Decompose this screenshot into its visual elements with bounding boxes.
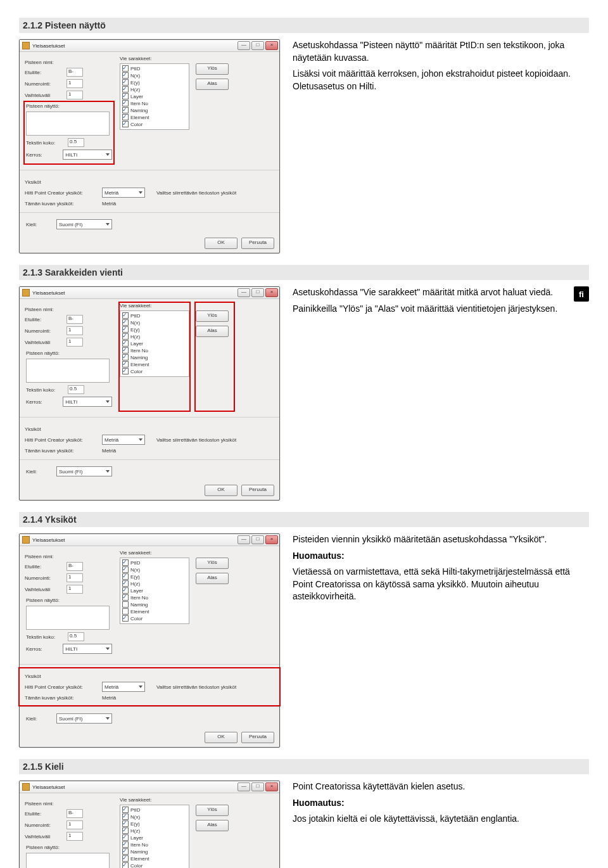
checkbox[interactable] bbox=[122, 807, 129, 813]
language-select[interactable]: Suomi (FI) bbox=[56, 466, 112, 476]
minimize-button[interactable]: — bbox=[238, 41, 250, 50]
column-option: E(y) bbox=[130, 327, 140, 333]
checkbox[interactable] bbox=[122, 834, 129, 841]
checkbox[interactable] bbox=[122, 114, 129, 120]
prefix-input[interactable]: B- bbox=[66, 315, 83, 324]
point-display-box[interactable] bbox=[26, 606, 110, 630]
checkbox[interactable] bbox=[122, 361, 129, 367]
close-button[interactable]: × bbox=[265, 41, 278, 50]
checkbox[interactable] bbox=[122, 608, 129, 615]
checkbox[interactable] bbox=[122, 566, 129, 573]
checkbox[interactable] bbox=[122, 841, 129, 848]
checkbox[interactable] bbox=[122, 319, 129, 326]
hpc-units-select[interactable]: Metriä bbox=[102, 435, 145, 445]
ok-button[interactable]: OK bbox=[205, 485, 238, 496]
range-input[interactable]: 1 bbox=[66, 832, 83, 841]
down-button[interactable]: Alas bbox=[196, 326, 229, 337]
checkbox[interactable] bbox=[122, 594, 129, 601]
numbering-input[interactable]: 1 bbox=[66, 573, 83, 582]
minimize-button[interactable]: — bbox=[238, 535, 250, 544]
up-button[interactable]: Ylös bbox=[196, 558, 229, 569]
textsize-input[interactable]: 0.5 bbox=[68, 138, 84, 147]
maximize-button[interactable]: □ bbox=[251, 288, 264, 297]
label: Vaihteluväli bbox=[25, 93, 64, 98]
column-option: Element bbox=[130, 609, 149, 615]
down-button[interactable]: Alas bbox=[196, 79, 229, 90]
settings-dialog: Yleisasetukset — □ × Pisteen nimi: Etuli… bbox=[19, 39, 280, 253]
checkbox[interactable] bbox=[122, 814, 129, 820]
language-select[interactable]: Suomi (FI) bbox=[56, 219, 112, 229]
label: Hilti Point Creator yksiköt: bbox=[25, 684, 97, 690]
numbering-input[interactable]: 1 bbox=[66, 820, 83, 829]
point-display-box[interactable] bbox=[26, 112, 110, 136]
checkbox[interactable] bbox=[122, 848, 129, 855]
range-input[interactable]: 1 bbox=[66, 91, 83, 99]
hpc-units-select[interactable]: Metriä bbox=[102, 188, 145, 198]
prefix-input[interactable]: B- bbox=[66, 68, 83, 77]
textsize-input[interactable]: 0.5 bbox=[68, 385, 84, 394]
prefix-input[interactable]: B- bbox=[66, 562, 83, 571]
checkbox[interactable] bbox=[122, 820, 129, 827]
language-label: Kieli: bbox=[26, 222, 51, 227]
point-display-box[interactable] bbox=[26, 853, 110, 868]
checkbox[interactable] bbox=[122, 86, 129, 93]
dialog-title: Yleisasetukset bbox=[32, 784, 65, 790]
down-button[interactable]: Alas bbox=[196, 573, 229, 584]
down-button[interactable]: Alas bbox=[196, 820, 229, 831]
language-select[interactable]: Suomi (FI) bbox=[56, 713, 112, 724]
hpc-units-select[interactable]: Metriä bbox=[102, 682, 145, 692]
checkbox[interactable] bbox=[122, 862, 129, 868]
checkbox[interactable] bbox=[122, 121, 129, 127]
minimize-button[interactable]: — bbox=[238, 288, 250, 297]
range-input[interactable]: 1 bbox=[66, 585, 83, 594]
numbering-input[interactable]: 1 bbox=[66, 326, 83, 335]
checkbox[interactable] bbox=[122, 587, 129, 594]
checkbox[interactable] bbox=[122, 354, 129, 361]
checkbox[interactable] bbox=[122, 312, 129, 319]
up-button[interactable]: Ylös bbox=[196, 310, 229, 322]
checkbox[interactable] bbox=[122, 573, 129, 580]
app-icon bbox=[22, 42, 30, 49]
minimize-button[interactable]: — bbox=[238, 782, 250, 791]
ok-button[interactable]: OK bbox=[205, 732, 238, 743]
checkbox[interactable] bbox=[122, 340, 129, 347]
checkbox[interactable] bbox=[122, 100, 129, 106]
checkbox[interactable] bbox=[122, 601, 129, 608]
settings-dialog: Yleisasetukset — □ × Pisteen nimi: Etuli… bbox=[19, 286, 280, 501]
checkbox[interactable] bbox=[122, 333, 129, 340]
close-button[interactable]: × bbox=[265, 782, 278, 791]
maximize-button[interactable]: □ bbox=[251, 41, 264, 50]
maximize-button[interactable]: □ bbox=[251, 535, 264, 544]
checkbox[interactable] bbox=[122, 72, 129, 79]
checkbox[interactable] bbox=[122, 107, 129, 113]
checkbox[interactable] bbox=[122, 855, 129, 862]
checkbox[interactable] bbox=[122, 326, 129, 333]
checkbox[interactable] bbox=[122, 368, 129, 374]
layer-select[interactable]: HILTI bbox=[63, 150, 112, 160]
checkbox[interactable] bbox=[122, 347, 129, 354]
point-display-box[interactable] bbox=[26, 359, 110, 383]
checkbox[interactable] bbox=[122, 580, 129, 587]
close-button[interactable]: × bbox=[265, 288, 278, 297]
checkbox[interactable] bbox=[122, 93, 129, 99]
maximize-button[interactable]: □ bbox=[251, 782, 264, 791]
checkbox[interactable] bbox=[122, 559, 129, 566]
layer-select[interactable]: HILTI bbox=[63, 644, 112, 654]
up-button[interactable]: Ylös bbox=[196, 805, 229, 816]
numbering-input[interactable]: 1 bbox=[66, 79, 83, 88]
column-option: Naming bbox=[130, 849, 148, 855]
close-button[interactable]: × bbox=[265, 535, 278, 544]
prefix-input[interactable]: B- bbox=[66, 809, 83, 818]
up-button[interactable]: Ylös bbox=[196, 63, 229, 75]
layer-select[interactable]: HILTI bbox=[63, 397, 112, 407]
checkbox[interactable] bbox=[122, 615, 129, 622]
cancel-button[interactable]: Peruuta bbox=[241, 732, 274, 743]
checkbox[interactable] bbox=[122, 65, 129, 72]
cancel-button[interactable]: Peruuta bbox=[241, 485, 274, 496]
checkbox[interactable] bbox=[122, 827, 129, 834]
cancel-button[interactable]: Peruuta bbox=[241, 238, 274, 249]
range-input[interactable]: 1 bbox=[66, 338, 83, 347]
textsize-input[interactable]: 0.5 bbox=[68, 632, 84, 641]
ok-button[interactable]: OK bbox=[205, 238, 238, 249]
checkbox[interactable] bbox=[122, 79, 129, 86]
